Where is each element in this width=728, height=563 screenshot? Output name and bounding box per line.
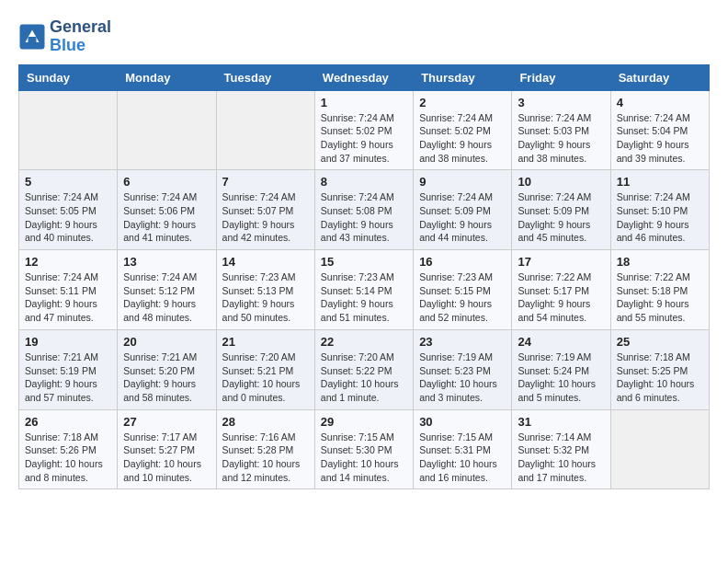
day-number: 26 xyxy=(25,415,111,429)
calendar: SundayMondayTuesdayWednesdayThursdayFrid… xyxy=(18,64,710,490)
day-number: 7 xyxy=(222,175,309,189)
day-info: Sunrise: 7:24 AM Sunset: 5:02 PM Dayligh… xyxy=(321,111,407,166)
weekday-header: Saturday xyxy=(610,64,709,90)
day-info: Sunrise: 7:24 AM Sunset: 5:03 PM Dayligh… xyxy=(518,111,604,166)
weekday-header: Sunday xyxy=(19,64,118,90)
day-info: Sunrise: 7:23 AM Sunset: 5:13 PM Dayligh… xyxy=(222,270,309,325)
day-number: 8 xyxy=(321,175,407,189)
calendar-cell: 23Sunrise: 7:19 AM Sunset: 5:23 PM Dayli… xyxy=(414,329,512,409)
day-number: 3 xyxy=(518,96,604,109)
calendar-cell: 6Sunrise: 7:24 AM Sunset: 5:06 PM Daylig… xyxy=(118,170,216,250)
day-info: Sunrise: 7:20 AM Sunset: 5:22 PM Dayligh… xyxy=(321,350,407,405)
day-number: 27 xyxy=(123,415,210,429)
day-number: 1 xyxy=(321,96,407,109)
day-number: 22 xyxy=(321,335,407,349)
day-number: 18 xyxy=(617,255,703,269)
calendar-cell: 12Sunrise: 7:24 AM Sunset: 5:11 PM Dayli… xyxy=(19,250,118,330)
weekday-header: Wednesday xyxy=(314,64,413,90)
day-info: Sunrise: 7:23 AM Sunset: 5:15 PM Dayligh… xyxy=(419,270,506,325)
day-info: Sunrise: 7:22 AM Sunset: 5:18 PM Dayligh… xyxy=(617,270,703,325)
day-number: 16 xyxy=(419,255,506,269)
calendar-cell: 26Sunrise: 7:18 AM Sunset: 5:26 PM Dayli… xyxy=(19,409,118,489)
day-info: Sunrise: 7:24 AM Sunset: 5:06 PM Dayligh… xyxy=(123,190,210,245)
day-info: Sunrise: 7:23 AM Sunset: 5:14 PM Dayligh… xyxy=(321,270,407,325)
calendar-cell: 16Sunrise: 7:23 AM Sunset: 5:15 PM Dayli… xyxy=(414,250,512,330)
day-info: Sunrise: 7:16 AM Sunset: 5:28 PM Dayligh… xyxy=(222,431,309,485)
calendar-cell: 10Sunrise: 7:24 AM Sunset: 5:09 PM Dayli… xyxy=(512,170,610,250)
day-number: 28 xyxy=(222,415,309,429)
calendar-cell xyxy=(19,90,118,170)
calendar-cell: 20Sunrise: 7:21 AM Sunset: 5:20 PM Dayli… xyxy=(118,329,216,409)
calendar-cell: 29Sunrise: 7:15 AM Sunset: 5:30 PM Dayli… xyxy=(314,409,413,489)
weekday-header: Tuesday xyxy=(216,64,314,90)
day-number: 12 xyxy=(25,255,111,269)
day-info: Sunrise: 7:21 AM Sunset: 5:19 PM Dayligh… xyxy=(25,350,111,405)
calendar-cell: 15Sunrise: 7:23 AM Sunset: 5:14 PM Dayli… xyxy=(314,250,413,330)
day-number: 6 xyxy=(123,175,210,189)
calendar-body: 1Sunrise: 7:24 AM Sunset: 5:02 PM Daylig… xyxy=(19,90,710,489)
calendar-cell: 28Sunrise: 7:16 AM Sunset: 5:28 PM Dayli… xyxy=(216,409,314,489)
day-number: 23 xyxy=(419,335,506,349)
day-info: Sunrise: 7:18 AM Sunset: 5:26 PM Dayligh… xyxy=(25,431,111,485)
calendar-week-row: 19Sunrise: 7:21 AM Sunset: 5:19 PM Dayli… xyxy=(19,329,710,409)
day-number: 31 xyxy=(518,415,604,429)
day-number: 17 xyxy=(518,255,604,269)
calendar-cell: 14Sunrise: 7:23 AM Sunset: 5:13 PM Dayli… xyxy=(216,250,314,330)
day-number: 24 xyxy=(518,335,604,349)
svg-rect-2 xyxy=(28,37,37,42)
day-info: Sunrise: 7:15 AM Sunset: 5:31 PM Dayligh… xyxy=(419,431,506,485)
day-number: 13 xyxy=(123,255,210,269)
day-info: Sunrise: 7:24 AM Sunset: 5:07 PM Dayligh… xyxy=(222,190,309,245)
calendar-cell: 27Sunrise: 7:17 AM Sunset: 5:27 PM Dayli… xyxy=(118,409,216,489)
weekday-row: SundayMondayTuesdayWednesdayThursdayFrid… xyxy=(19,64,710,90)
day-number: 4 xyxy=(617,96,703,109)
logo: General Blue xyxy=(18,18,111,55)
day-info: Sunrise: 7:18 AM Sunset: 5:25 PM Dayligh… xyxy=(617,350,703,405)
day-info: Sunrise: 7:17 AM Sunset: 5:27 PM Dayligh… xyxy=(123,431,210,485)
header: General Blue xyxy=(18,18,710,55)
day-info: Sunrise: 7:24 AM Sunset: 5:08 PM Dayligh… xyxy=(321,190,407,245)
calendar-cell: 31Sunrise: 7:14 AM Sunset: 5:32 PM Dayli… xyxy=(512,409,610,489)
calendar-cell: 21Sunrise: 7:20 AM Sunset: 5:21 PM Dayli… xyxy=(216,329,314,409)
calendar-cell: 2Sunrise: 7:24 AM Sunset: 5:02 PM Daylig… xyxy=(414,90,512,170)
calendar-cell xyxy=(610,409,709,489)
day-number: 25 xyxy=(617,335,703,349)
day-info: Sunrise: 7:19 AM Sunset: 5:23 PM Dayligh… xyxy=(419,350,506,405)
calendar-cell: 19Sunrise: 7:21 AM Sunset: 5:19 PM Dayli… xyxy=(19,329,118,409)
day-number: 19 xyxy=(25,335,111,349)
day-info: Sunrise: 7:24 AM Sunset: 5:09 PM Dayligh… xyxy=(419,190,506,245)
day-number: 11 xyxy=(617,175,703,189)
day-info: Sunrise: 7:14 AM Sunset: 5:32 PM Dayligh… xyxy=(518,431,604,485)
calendar-cell: 13Sunrise: 7:24 AM Sunset: 5:12 PM Dayli… xyxy=(118,250,216,330)
weekday-header: Thursday xyxy=(414,64,512,90)
day-number: 30 xyxy=(419,415,506,429)
day-number: 2 xyxy=(419,96,506,109)
day-number: 15 xyxy=(321,255,407,269)
calendar-cell xyxy=(118,90,216,170)
calendar-cell: 9Sunrise: 7:24 AM Sunset: 5:09 PM Daylig… xyxy=(414,170,512,250)
day-info: Sunrise: 7:24 AM Sunset: 5:10 PM Dayligh… xyxy=(617,190,703,245)
calendar-week-row: 12Sunrise: 7:24 AM Sunset: 5:11 PM Dayli… xyxy=(19,250,710,330)
calendar-cell: 3Sunrise: 7:24 AM Sunset: 5:03 PM Daylig… xyxy=(512,90,610,170)
day-info: Sunrise: 7:24 AM Sunset: 5:04 PM Dayligh… xyxy=(617,111,703,166)
day-number: 14 xyxy=(222,255,309,269)
calendar-cell: 11Sunrise: 7:24 AM Sunset: 5:10 PM Dayli… xyxy=(610,170,709,250)
calendar-cell: 5Sunrise: 7:24 AM Sunset: 5:05 PM Daylig… xyxy=(19,170,118,250)
day-info: Sunrise: 7:24 AM Sunset: 5:02 PM Dayligh… xyxy=(419,111,506,166)
calendar-week-row: 5Sunrise: 7:24 AM Sunset: 5:05 PM Daylig… xyxy=(19,170,710,250)
day-info: Sunrise: 7:20 AM Sunset: 5:21 PM Dayligh… xyxy=(222,350,309,405)
day-info: Sunrise: 7:15 AM Sunset: 5:30 PM Dayligh… xyxy=(321,431,407,485)
calendar-cell: 17Sunrise: 7:22 AM Sunset: 5:17 PM Dayli… xyxy=(512,250,610,330)
logo-text: General Blue xyxy=(50,18,111,55)
calendar-cell: 4Sunrise: 7:24 AM Sunset: 5:04 PM Daylig… xyxy=(610,90,709,170)
day-info: Sunrise: 7:24 AM Sunset: 5:11 PM Dayligh… xyxy=(25,270,111,325)
calendar-week-row: 26Sunrise: 7:18 AM Sunset: 5:26 PM Dayli… xyxy=(19,409,710,489)
day-number: 20 xyxy=(123,335,210,349)
calendar-week-row: 1Sunrise: 7:24 AM Sunset: 5:02 PM Daylig… xyxy=(19,90,710,170)
calendar-cell: 18Sunrise: 7:22 AM Sunset: 5:18 PM Dayli… xyxy=(610,250,709,330)
calendar-cell: 1Sunrise: 7:24 AM Sunset: 5:02 PM Daylig… xyxy=(314,90,413,170)
day-number: 10 xyxy=(518,175,604,189)
calendar-cell: 22Sunrise: 7:20 AM Sunset: 5:22 PM Dayli… xyxy=(314,329,413,409)
day-info: Sunrise: 7:19 AM Sunset: 5:24 PM Dayligh… xyxy=(518,350,604,405)
weekday-header: Friday xyxy=(512,64,610,90)
